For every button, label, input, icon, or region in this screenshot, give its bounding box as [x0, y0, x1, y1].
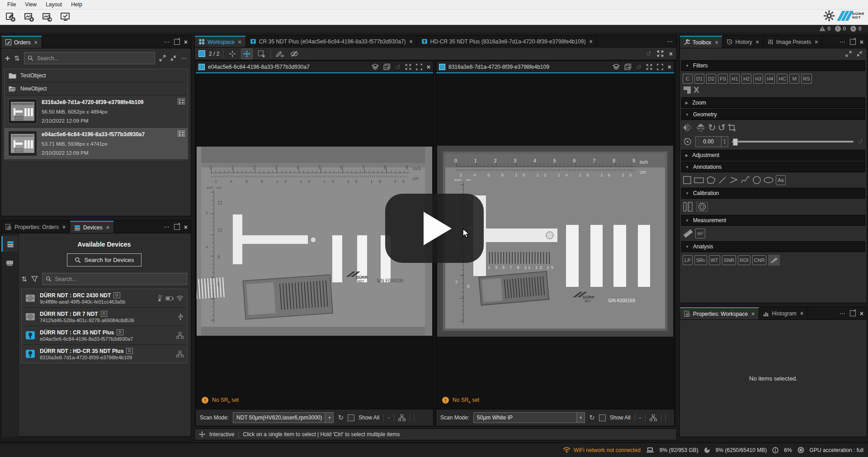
export-image-icon[interactable] [41, 11, 54, 23]
text-annotation-button[interactable]: Aa [776, 175, 786, 185]
area-measure-button[interactable]: m² [695, 228, 705, 238]
fit-expand-icon[interactable] [405, 64, 411, 70]
folder-newobject[interactable]: NewObject [5, 82, 188, 95]
orders-more-icon[interactable]: ⋯ [181, 55, 187, 62]
filter-d2-button[interactable]: D2 [706, 74, 716, 84]
cnr-analysis-button[interactable]: CNR [752, 255, 767, 265]
square-annotation-icon[interactable] [683, 176, 692, 185]
orders-search[interactable] [24, 52, 155, 64]
filter-h1-button[interactable]: H1 [730, 74, 740, 84]
scan-mode-dropdown[interactable]: 50µm White IP ▼ [473, 412, 585, 423]
panel-close-icon[interactable]: × [860, 310, 863, 317]
slider-thumb[interactable] [733, 138, 738, 146]
tab-workspace[interactable]: Workspace × [195, 36, 246, 47]
rotate-icon[interactable]: ↺ [395, 63, 401, 71]
filter-m-button[interactable]: M [789, 74, 799, 84]
tab-close-icon[interactable]: × [751, 311, 755, 317]
tab-image-presets[interactable]: Image Presets × [764, 36, 822, 48]
roi-analysis-button[interactable]: ROI [738, 255, 750, 265]
menu-help[interactable]: Help [66, 0, 87, 9]
panel-menu-icon[interactable]: ⋯ [164, 224, 170, 230]
sort-icon[interactable]: ⇅ [14, 54, 20, 62]
viewer-select-checkbox[interactable] [439, 64, 445, 70]
refresh-icon[interactable]: ↻ [338, 414, 344, 422]
import-image-icon[interactable] [23, 11, 36, 23]
panel-popout-icon[interactable] [850, 310, 856, 316]
tab-orders[interactable]: Orders × [1, 36, 42, 48]
fullscreen-brackets-icon[interactable] [657, 64, 663, 70]
device-row[interactable]: DÜRR NDT : CR 35 NDT Plus D e04ac5e6-6c8… [22, 326, 187, 345]
filter-rs-button[interactable]: RS [801, 74, 811, 84]
add-order-icon[interactable]: + [5, 55, 10, 62]
new-order-icon[interactable] [5, 11, 18, 23]
warning-triangle-icon[interactable] [819, 26, 826, 31]
section-calibration[interactable]: ▼ Calibration [681, 188, 865, 199]
section-zoom[interactable]: ▶ Zoom [681, 97, 865, 108]
undo-rotate-icon[interactable]: ↺ [646, 50, 651, 58]
calibrate-circle-icon[interactable] [696, 201, 708, 212]
tab-close-icon[interactable]: × [590, 38, 593, 45]
viewer-select-checkbox[interactable] [198, 64, 205, 70]
filter-d1-button[interactable]: D1 [694, 74, 704, 84]
panel-menu-icon[interactable]: ⋯ [164, 38, 170, 45]
section-analysis[interactable]: ▼ Analysis [681, 241, 865, 252]
rotation-angle-field[interactable] [696, 137, 721, 147]
filter-h4-button[interactable]: H4 [765, 74, 775, 84]
calibrate-length-icon[interactable] [683, 201, 694, 212]
show-all-checkbox[interactable] [348, 414, 354, 421]
order-item-selected[interactable]: e04ac5e6-6c84-4196-8a33-f577b3d930a7 53.… [5, 128, 188, 160]
flip-horizontal-icon[interactable] [683, 123, 693, 133]
network-icon[interactable] [650, 414, 657, 421]
tab-close-icon[interactable]: × [815, 39, 818, 45]
acquire-monitor-icon[interactable] [59, 11, 72, 23]
tab-overflow-icon[interactable]: ⋯ [667, 38, 673, 45]
rail-panels-icon[interactable] [1, 255, 18, 271]
tab-devices[interactable]: Devices × [70, 221, 114, 233]
devices-search-input[interactable] [54, 276, 184, 283]
panel-menu-icon[interactable]: ⋯ [840, 38, 846, 45]
order-item[interactable]: 8316a3e8-7d1a-4720-8f39-e3798fe4b109 56.… [5, 95, 188, 128]
image-stack-icon[interactable] [624, 64, 632, 70]
marquee-select-icon[interactable] [256, 49, 267, 59]
srb-analysis-button[interactable]: SRb [694, 255, 707, 265]
tab-cr35[interactable]: CR 35 NDT Plus (e04ac5e6-6c84-4196-8a33-… [246, 36, 417, 47]
settings-gear-icon[interactable] [823, 10, 835, 22]
crosshair-tool-icon[interactable] [227, 49, 238, 59]
wt-analysis-button[interactable]: WT [709, 255, 720, 265]
section-measurement[interactable]: ▼ Measurement [681, 215, 865, 226]
panel-popout-icon[interactable] [174, 39, 180, 45]
refresh-icon[interactable]: ↻ [589, 414, 595, 422]
rotate-cw-icon[interactable]: ↻ [708, 123, 716, 132]
layers-icon[interactable] [613, 64, 620, 70]
orders-search-input[interactable] [36, 55, 151, 62]
tab-close-icon[interactable]: × [106, 224, 109, 231]
panel-close-icon[interactable]: × [184, 38, 188, 46]
rail-scanners-icon[interactable] [1, 236, 18, 252]
rotation-angle-input[interactable]: ▲▼ [695, 136, 728, 147]
hide-annotations-icon[interactable] [289, 49, 300, 59]
custom-filter-icon[interactable] [683, 86, 692, 95]
network-icon[interactable] [398, 414, 406, 421]
order-grid-icon[interactable] [178, 98, 185, 105]
menu-layout[interactable]: Layout [41, 0, 66, 9]
tab-close-icon[interactable]: × [800, 310, 803, 317]
section-adjustment[interactable]: ▶ Adjustment [681, 150, 865, 161]
filter-hc-button[interactable]: HC [777, 74, 788, 84]
menu-file[interactable]: File [3, 0, 20, 9]
tab-close-icon[interactable]: × [238, 39, 241, 45]
error-circle-icon[interactable]: ! [835, 26, 841, 32]
flip-vertical-icon[interactable] [695, 123, 706, 133]
image-stack-icon[interactable] [383, 64, 391, 70]
filter-h3-button[interactable]: H3 [753, 74, 763, 84]
menu-view[interactable]: View [20, 0, 41, 9]
info-circle-icon[interactable]: i [850, 26, 856, 32]
polygon-annotation-icon[interactable] [706, 176, 716, 185]
rotation-slider[interactable] [732, 141, 854, 143]
section-filters[interactable]: ▼ Filters [681, 60, 865, 71]
show-all-checkbox[interactable] [599, 414, 606, 421]
filter-h2-button[interactable]: H2 [741, 74, 751, 84]
rotate-icon[interactable]: ↺ [636, 63, 642, 71]
tab-orders-close-icon[interactable]: × [34, 39, 38, 46]
device-row[interactable]: DÜRR NDT : HD-CR 35 NDT Plus D 8316a3e8-… [22, 345, 187, 363]
sort-icon[interactable]: ⇅ [21, 275, 27, 283]
